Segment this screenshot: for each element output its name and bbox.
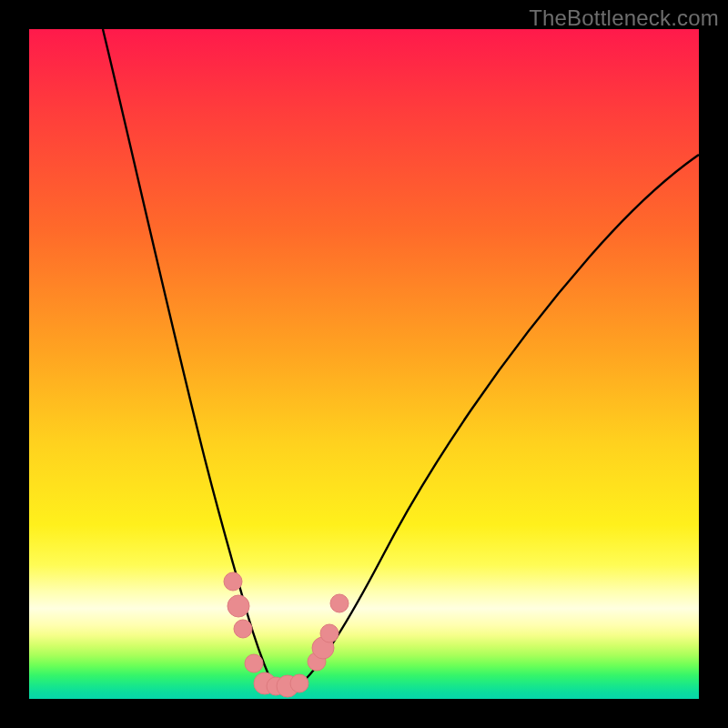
marker-dot	[320, 624, 339, 642]
data-markers	[224, 572, 349, 697]
plot-area	[29, 29, 699, 699]
marker-dot	[234, 620, 252, 638]
marker-dot	[245, 654, 263, 672]
curve-left-branch	[103, 29, 272, 682]
chart-frame: TheBottleneck.com	[0, 0, 728, 728]
watermark-text: TheBottleneck.com	[529, 5, 719, 31]
marker-dot	[290, 674, 308, 693]
marker-dot	[224, 572, 242, 591]
marker-dot	[228, 595, 249, 617]
bottleneck-curve	[29, 29, 699, 699]
marker-dot	[330, 594, 349, 612]
